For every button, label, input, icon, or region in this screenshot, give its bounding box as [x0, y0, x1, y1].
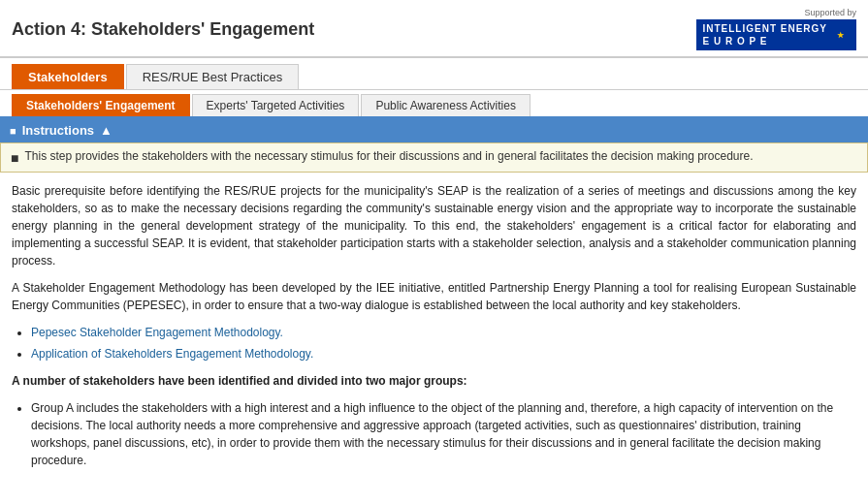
logo-area: Supported by INTELLIGENT ENERGYE U R O P…	[696, 8, 856, 50]
main-content: Basic prerequisite before identifying th…	[0, 173, 868, 488]
triangle-up-icon: ■	[10, 125, 16, 137]
page-title: Action 4: Stakeholders' Engagement	[12, 19, 314, 40]
groups-heading: A number of stakeholders have been ident…	[12, 372, 856, 390]
instructions-text: This step provides the stakeholders with…	[24, 149, 753, 163]
tab-res-rue[interactable]: RES/RUE Best Practices	[126, 64, 300, 89]
link-application[interactable]: Application of Stakeholders Engagement M…	[31, 347, 313, 361]
logo-supported-text: Supported by	[804, 8, 856, 17]
instructions-toggle-icon: ▲	[100, 123, 113, 138]
tab-stakeholders-engagement[interactable]: Stakeholders' Engagement	[12, 94, 190, 116]
groups-list: Group A includes the stakeholders with a…	[31, 399, 856, 469]
tabs-row1: Stakeholders RES/RUE Best Practices	[0, 58, 868, 90]
list-item: Pepesec Stakeholder Engagement Methodolo…	[31, 324, 856, 341]
link-pepesec[interactable]: Pepesec Stakeholder Engagement Methodolo…	[31, 326, 283, 339]
instructions-bar[interactable]: ■ Instructions ▲	[0, 118, 868, 142]
tab-public-awareness[interactable]: Public Awareness Activities	[361, 94, 530, 116]
tabs-row2: Stakeholders' Engagement Experts' Target…	[0, 90, 868, 118]
bullet-icon: ■	[11, 150, 18, 166]
list-item: Application of Stakeholders Engagement M…	[31, 345, 856, 362]
groups-heading-text: A number of stakeholders have been ident…	[12, 374, 467, 388]
page-header: Action 4: Stakeholders' Engagement Suppo…	[0, 0, 868, 58]
paragraph-2: A Stakeholder Engagement Methodology has…	[12, 279, 856, 314]
tab-experts-targeted[interactable]: Experts' Targeted Activities	[192, 94, 360, 116]
links-list: Pepesec Stakeholder Engagement Methodolo…	[31, 324, 856, 362]
iee-logo: INTELLIGENT ENERGYE U R O P E ★	[696, 19, 856, 50]
paragraph-1: Basic prerequisite before identifying th…	[12, 182, 856, 269]
instructions-label: Instructions	[22, 123, 94, 138]
eu-flag-icon: ★	[831, 28, 851, 42]
group-a-item: Group A includes the stakeholders with a…	[31, 399, 856, 469]
instructions-content: ■ This step provides the stakeholders wi…	[0, 142, 868, 173]
tab-stakeholders[interactable]: Stakeholders	[12, 64, 124, 89]
svg-text:★: ★	[837, 31, 845, 40]
logo-name: INTELLIGENT ENERGYE U R O P E	[702, 22, 827, 47]
